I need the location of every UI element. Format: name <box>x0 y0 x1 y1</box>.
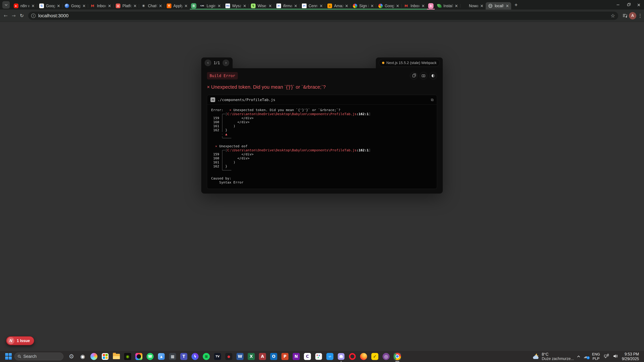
next-error-button[interactable]: › <box>222 59 229 66</box>
tab[interactable]: PRSWyszuki× <box>223 2 248 9</box>
prev-error-button[interactable]: ‹ <box>204 59 211 66</box>
tab[interactable]: Google E× <box>62 2 88 9</box>
reload-button[interactable]: ↻ <box>18 12 26 20</box>
settings-icon[interactable]: ⚙ <box>68 353 75 360</box>
tab[interactable]: ✳ChatGPT× <box>139 2 164 9</box>
tab[interactable]: Google× <box>376 2 402 9</box>
tab[interactable]: iFiCennik -× <box>300 2 325 9</box>
onedrive-status-icon[interactable]: ☁i <box>583 354 588 359</box>
icue-icon[interactable] <box>135 353 142 360</box>
tab-close-icon[interactable]: × <box>158 3 163 8</box>
minimize-button[interactable] <box>613 0 623 9</box>
calculator-icon[interactable]: ▦ <box>169 353 176 360</box>
nvidia-icon[interactable]: ◉ <box>124 353 131 360</box>
tab[interactable]: MInbox (3× <box>88 2 113 9</box>
volume-icon[interactable] <box>613 354 618 359</box>
photos-icon[interactable]: ▲ <box>158 353 165 360</box>
taskbar-search[interactable]: Search <box>14 353 64 360</box>
phantom-icon[interactable] <box>338 353 345 360</box>
open-in-editor-icon[interactable]: ⧉ <box>431 98 434 102</box>
file-explorer-icon[interactable] <box>113 353 120 360</box>
teams-icon[interactable]: T <box>180 353 188 360</box>
media-app-icon[interactable]: ● <box>225 353 232 360</box>
messenger-icon[interactable]: ϟ <box>191 353 199 360</box>
site-info-icon[interactable]: i <box>31 13 36 18</box>
whatsapp-icon[interactable]: ☎ <box>146 353 154 360</box>
tab-active[interactable]: localhos× <box>486 2 511 9</box>
excel-icon[interactable]: X <box>248 353 255 360</box>
copilot-icon[interactable] <box>90 353 98 360</box>
tradingview-icon[interactable]: TV <box>214 353 221 360</box>
bookmark-star-icon[interactable]: ☆ <box>611 13 615 18</box>
tab[interactable]: ▤Platform× <box>113 2 139 9</box>
tab-close-icon[interactable]: × <box>420 3 426 8</box>
new-tab-button[interactable]: + <box>512 1 520 8</box>
clock-widget[interactable]: 9:53 PM 9/29/2025 <box>622 352 639 361</box>
media-controls-icon[interactable] <box>621 12 629 19</box>
tab[interactable]: YApply to× <box>164 2 190 9</box>
weather-widget[interactable]: 8°C Duże zachmurze... <box>532 352 574 361</box>
tab-close-icon[interactable]: × <box>293 3 298 8</box>
word-icon[interactable]: W <box>236 353 244 360</box>
tab-close-icon[interactable]: × <box>268 3 273 8</box>
tab-close-icon[interactable]: × <box>454 3 459 8</box>
tab[interactable]: Sign in -× <box>350 2 376 9</box>
tab-group-chip[interactable]: b <box>427 2 435 9</box>
tab-close-icon[interactable]: × <box>395 3 400 8</box>
tab-group-chip[interactable]: B <box>190 2 198 9</box>
nextjs-dev-indicator[interactable]: N 1 Issue <box>6 336 34 345</box>
powerpoint-icon[interactable]: P <box>281 353 289 360</box>
language-indicator[interactable]: ENG PLP <box>592 352 600 361</box>
tab-close-icon[interactable]: × <box>370 3 375 8</box>
opera-icon[interactable] <box>349 353 356 360</box>
tab-close-icon[interactable]: × <box>30 3 36 8</box>
back-button[interactable]: ← <box>2 12 10 20</box>
tor-browser-icon[interactable]: ◎ <box>382 353 390 360</box>
firefox-icon[interactable] <box>360 353 367 360</box>
nextjs-version-pill[interactable]: Next.js 15.5.2 (stale) Webpack <box>379 59 440 67</box>
vscode-icon[interactable]: ‹/› <box>326 353 334 360</box>
microsoft-store-icon[interactable] <box>102 353 109 360</box>
paint-icon[interactable] <box>315 353 322 360</box>
access-icon[interactable]: A <box>259 353 266 360</box>
theme-toggle-button[interactable] <box>429 72 437 80</box>
tab[interactable]: Installati× <box>435 2 460 9</box>
tab-close-icon[interactable]: × <box>217 3 222 8</box>
close-button[interactable]: × <box>634 0 644 9</box>
tab-close-icon[interactable]: × <box>132 3 138 8</box>
tab[interactable]: CASLogin - (× <box>198 2 223 9</box>
tab-close-icon[interactable]: × <box>56 3 61 8</box>
restore-button[interactable] <box>623 0 634 9</box>
docs-button[interactable] <box>420 72 427 80</box>
tab-close-icon[interactable]: × <box>184 3 188 8</box>
copy-error-button[interactable] <box>410 72 418 80</box>
tab[interactable]: GGoogle T× <box>37 2 62 9</box>
tab-close-icon[interactable]: × <box>319 3 324 8</box>
tab[interactable]: ◆Amazon× <box>325 2 350 9</box>
network-icon[interactable] <box>604 354 609 359</box>
clipchamp-icon[interactable]: C <box>304 353 311 360</box>
url-text[interactable]: localhost:3000 <box>38 13 611 18</box>
tab-close-icon[interactable]: × <box>82 3 86 8</box>
tray-overflow-chevron-icon[interactable] <box>577 356 580 358</box>
steelseries-icon[interactable]: ◉ <box>79 353 86 360</box>
onenote-icon[interactable]: N <box>292 353 300 360</box>
start-button[interactable] <box>5 353 12 360</box>
forward-button[interactable]: → <box>10 12 18 20</box>
tab[interactable]: iFiifirma.pl× <box>274 2 300 9</box>
tab-close-icon[interactable]: × <box>107 3 112 8</box>
tab[interactable]: Nowa ka× <box>460 2 486 9</box>
menu-kebab-icon[interactable]: ⋮ <box>636 12 644 19</box>
address-bar[interactable]: i localhost:3000 ☆ <box>28 11 618 20</box>
ticktick-icon[interactable]: ✓ <box>371 353 378 360</box>
tab-close-icon[interactable]: × <box>242 3 247 8</box>
profile-avatar[interactable]: A <box>629 12 636 19</box>
tab[interactable]: ▶n8n will× <box>12 2 37 9</box>
outlook-icon[interactable]: O <box>270 353 278 360</box>
tab-close-icon[interactable]: × <box>344 3 349 8</box>
tab-close-icon[interactable]: × <box>479 3 484 8</box>
tab-close-icon[interactable]: × <box>505 3 510 8</box>
spotify-icon[interactable]: ≋ <box>202 353 210 360</box>
tab-search-button[interactable] <box>2 1 10 8</box>
chrome-icon[interactable] <box>394 353 401 360</box>
